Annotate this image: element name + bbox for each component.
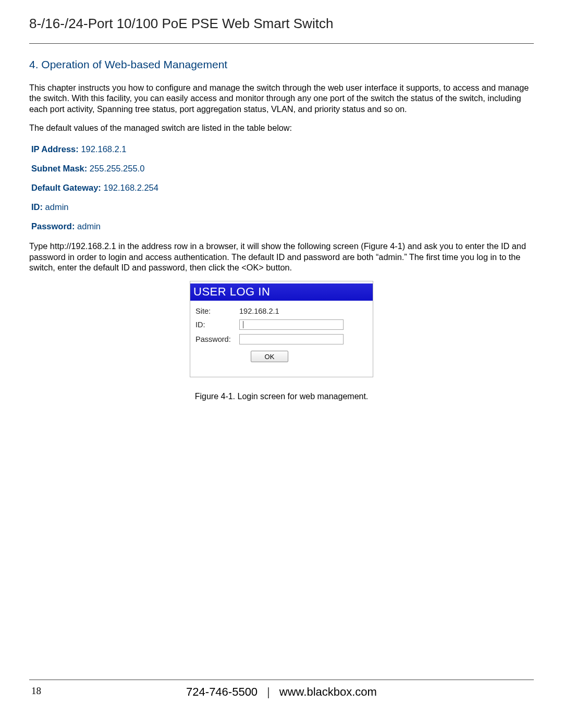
document-title: 8-/16-/24-Port 10/100 PoE PSE Web Smart …	[29, 16, 534, 32]
default-value: admin	[43, 202, 69, 212]
default-row-id: ID: admin	[31, 202, 534, 212]
default-key: Password:	[31, 221, 75, 231]
ok-button[interactable]: OK	[251, 351, 288, 362]
footer-url: www.blackbox.com	[279, 685, 377, 699]
after-defaults-paragraph: Type http://192.168.2.1 in the address r…	[29, 241, 534, 273]
default-key: Default Gateway:	[31, 183, 101, 192]
login-site-row: Site: 192.168.2.1	[192, 305, 371, 317]
page-number: 18	[31, 685, 41, 697]
defaults-list: IP Address: 192.168.2.1 Subnet Mask: 255…	[31, 144, 534, 231]
default-row-password: Password: admin	[31, 221, 534, 231]
text-cursor-icon	[243, 321, 243, 328]
login-password-label: Password:	[195, 335, 239, 343]
default-row-gateway: Default Gateway: 192.168.2.254	[31, 183, 534, 193]
default-key: ID:	[31, 202, 43, 212]
footer-rule	[29, 680, 534, 680]
footer-phone: 724-746-5500	[186, 685, 258, 699]
figure-caption: Figure 4-1. Login screen for web managem…	[29, 392, 534, 401]
login-site-value: 192.168.2.1	[239, 307, 279, 315]
login-password-row: Password:	[192, 332, 371, 347]
intro-paragraph: This chapter instructs you how to config…	[29, 82, 534, 114]
defaults-lead: The default values of the managed switch…	[29, 122, 534, 133]
default-value: 192.168.2.1	[79, 144, 127, 154]
login-id-label: ID:	[195, 320, 239, 329]
default-key: IP Address:	[31, 144, 79, 154]
login-id-input[interactable]	[239, 319, 344, 330]
default-row-ip: IP Address: 192.168.2.1	[31, 144, 534, 154]
default-row-mask: Subnet Mask: 255.255.255.0	[31, 164, 534, 174]
footer-separator: |	[267, 685, 270, 699]
login-password-input[interactable]	[239, 334, 344, 344]
page-footer: 18 724-746-5500 | www.blackbox.com	[29, 680, 534, 699]
login-panel: USER LOG IN Site: 192.168.2.1 ID: Passwo…	[190, 281, 373, 377]
default-value: 255.255.255.0	[87, 164, 144, 173]
default-value: admin	[75, 221, 101, 231]
login-id-row: ID:	[192, 317, 371, 332]
default-key: Subnet Mask:	[31, 164, 87, 173]
header-rule	[29, 43, 534, 44]
default-value: 192.168.2.254	[101, 183, 158, 192]
section-heading: 4. Operation of Web-based Management	[29, 58, 534, 71]
login-title: USER LOG IN	[190, 283, 373, 301]
login-site-label: Site:	[195, 307, 239, 315]
